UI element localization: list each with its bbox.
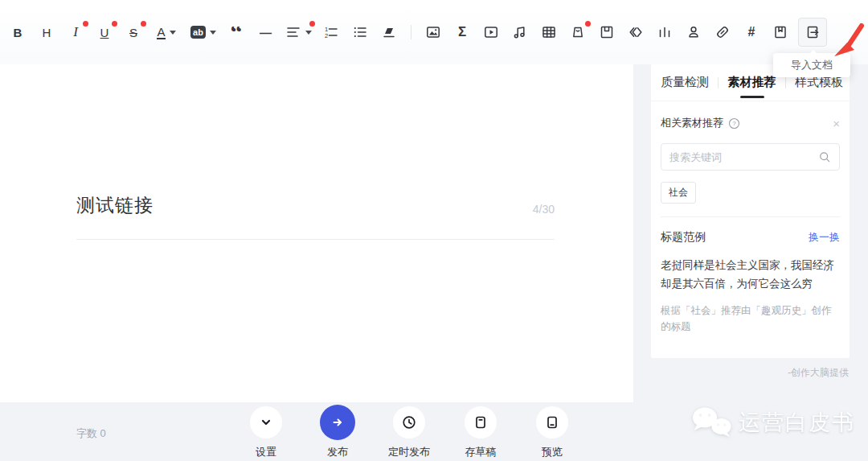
keyword-tag[interactable]: 社会 xyxy=(661,182,696,204)
title-char-counter: 4/30 xyxy=(533,203,555,218)
help-icon[interactable]: ? xyxy=(728,117,740,130)
image-icon xyxy=(425,24,441,40)
refresh-samples-link[interactable]: 换一换 xyxy=(809,230,840,245)
caret-down-icon xyxy=(305,31,312,35)
video-icon xyxy=(483,24,499,40)
insert-table-button[interactable] xyxy=(538,19,560,45)
bold-button[interactable]: B xyxy=(6,19,29,45)
new-feature-dot xyxy=(309,21,315,27)
tab-separator xyxy=(785,77,786,88)
new-feature-dot xyxy=(112,21,117,27)
assistant-panel: 质量检测 素材推荐 样式模板 相关素材推荐 ? × 社会 标题范例 换一换 老挝… xyxy=(651,64,850,358)
schedule-publish-button[interactable]: 定时发布 xyxy=(385,406,433,459)
title-divider xyxy=(76,239,555,240)
sample-title-text: 老挝同样是社会主义国家，我国经济却是其六百倍，为何它会这么穷 xyxy=(661,256,840,293)
link-icon xyxy=(714,24,731,40)
schedule-label: 定时发布 xyxy=(388,445,430,459)
eraser-icon xyxy=(381,24,397,40)
font-color-icon: A xyxy=(157,26,165,39)
bookmark-button[interactable] xyxy=(769,19,792,45)
highlight-button[interactable]: ab xyxy=(188,19,219,45)
insert-audio-button[interactable] xyxy=(509,19,531,45)
person-icon xyxy=(686,24,702,40)
publish-button[interactable]: 发布 xyxy=(313,406,362,459)
wechat-logo-icon xyxy=(690,404,733,441)
save-draft-button[interactable]: 存草稿 xyxy=(457,406,505,459)
annotation-arrow-icon xyxy=(829,20,868,60)
close-icon[interactable]: × xyxy=(833,117,840,130)
ordered-list-button[interactable]: 12 xyxy=(320,19,342,45)
clock-icon xyxy=(401,414,417,430)
arrow-right-icon xyxy=(330,414,346,430)
bullet-list-icon xyxy=(352,24,368,40)
new-feature-dot xyxy=(83,21,88,27)
card-icon xyxy=(570,24,586,40)
sample-source-note: 根据「社会」推荐由「趣观历史」创作的标题 xyxy=(661,303,840,335)
caret-down-icon xyxy=(170,31,176,35)
underline-button[interactable]: U xyxy=(93,19,116,45)
font-color-button[interactable]: A xyxy=(151,19,182,45)
draft-icon xyxy=(473,414,489,430)
code-block-button[interactable] xyxy=(624,19,647,45)
editor-body[interactable]: 测试链接 4/30 xyxy=(0,64,633,402)
align-button[interactable] xyxy=(283,19,313,45)
insert-video-button[interactable] xyxy=(480,19,502,45)
material-section-title: 相关素材推荐 xyxy=(661,116,723,130)
align-left-icon xyxy=(285,24,301,40)
strikethrough-icon: S xyxy=(129,26,137,39)
ordered-list-icon: 12 xyxy=(323,24,339,40)
table-icon xyxy=(541,24,557,40)
preview-icon xyxy=(544,414,560,430)
insert-topic-button[interactable]: # xyxy=(740,19,763,45)
heading-button[interactable]: H xyxy=(35,19,58,45)
action-bar: 设置 发布 定时发布 存草稿 预览 xyxy=(242,406,576,459)
provider-credit: -创作大脑提供 xyxy=(788,366,849,380)
horizontal-rule-button[interactable]: — xyxy=(254,19,276,45)
insert-link-button[interactable] xyxy=(711,19,734,45)
settings-button[interactable]: 设置 xyxy=(242,406,290,459)
import-document-button[interactable] xyxy=(798,18,827,47)
blockquote-button[interactable]: “ xyxy=(225,27,248,38)
heading-icon: H xyxy=(43,26,51,39)
insert-chart-button[interactable] xyxy=(653,19,676,45)
tab-separator xyxy=(718,77,719,88)
search-input[interactable] xyxy=(669,151,818,163)
svg-text:2: 2 xyxy=(325,32,328,39)
music-note-icon xyxy=(512,24,528,40)
preview-label: 预览 xyxy=(542,445,563,459)
blockquote-icon: “ xyxy=(231,29,243,35)
svg-text:?: ? xyxy=(732,120,736,127)
bold-icon: B xyxy=(14,26,23,39)
insert-card-button[interactable] xyxy=(567,19,589,45)
highlight-icon: ab xyxy=(190,26,206,39)
archive-icon xyxy=(599,24,615,40)
bar-chart-icon xyxy=(657,24,673,40)
keyword-search-box[interactable] xyxy=(661,143,840,171)
word-count-label: 字数 0 xyxy=(76,426,106,441)
tooltip-label: 导入文档 xyxy=(791,58,833,72)
new-feature-dot xyxy=(585,21,591,27)
bullet-list-button[interactable] xyxy=(349,19,371,45)
insert-formula-button[interactable]: Σ xyxy=(451,19,473,45)
title-input-row[interactable]: 测试链接 4/30 xyxy=(76,193,555,218)
clear-format-button[interactable] xyxy=(378,19,400,45)
search-icon[interactable] xyxy=(818,150,831,163)
preview-button[interactable]: 预览 xyxy=(528,406,576,459)
archive-button[interactable] xyxy=(596,19,618,45)
strikethrough-button[interactable]: S xyxy=(122,19,145,45)
insert-profile-button[interactable] xyxy=(682,19,705,45)
toolbar-divider xyxy=(411,25,411,39)
bookmark-icon xyxy=(772,24,788,40)
hashtag-icon: # xyxy=(748,25,755,39)
tab-material-recommend[interactable]: 素材推荐 xyxy=(728,75,776,90)
insert-image-button[interactable] xyxy=(422,19,444,45)
tab-quality-check[interactable]: 质量检测 xyxy=(661,75,709,90)
italic-button[interactable]: I xyxy=(64,19,87,45)
document-title-input[interactable]: 测试链接 xyxy=(76,193,154,218)
brand-watermark: 运营白皮书 xyxy=(690,404,855,441)
formula-icon: Σ xyxy=(458,24,466,40)
brand-name: 运营白皮书 xyxy=(739,408,855,437)
underline-icon: U xyxy=(100,26,109,39)
section-divider xyxy=(661,216,840,217)
chevron-down-icon xyxy=(258,414,274,430)
